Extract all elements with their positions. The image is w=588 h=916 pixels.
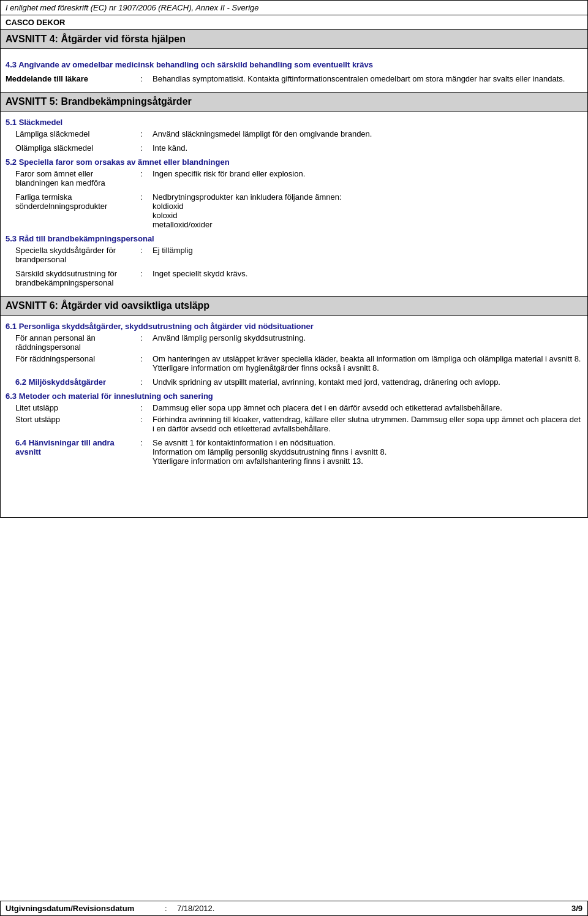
footer: Utgivningsdatum/Revisionsdatum : 7/18/20… (0, 901, 588, 916)
colon-hazard: : (140, 169, 153, 178)
value-suitable: Använd släckningsmedel lämpligt för den … (153, 129, 582, 138)
label-6-4: 6.4 Hänvisningar till andra avsnitt (6, 438, 140, 456)
document-header: I enlighet med föreskrift (EC) nr 1907/2… (0, 0, 588, 15)
colon-equipment: : (140, 269, 153, 278)
row-doctor: Meddelande till läkare : Behandlas sympt… (6, 74, 582, 83)
footer-label: Utgivningsdatum/Revisionsdatum (6, 904, 165, 913)
products-metalloxid: metalloxid/oxider (153, 220, 213, 229)
row-6-2: 6.2 Miljöskyddsåtgärder : Undvik spridni… (6, 377, 582, 387)
colon-6-4: : (140, 438, 153, 447)
subsection-4-3-title: 4.3 Angivande av omedelbar medicinsk beh… (6, 60, 373, 69)
label-other-personal: För annan personal än räddningspersonal (6, 333, 140, 352)
value-equipment: Inget speciellt skydd krävs. (153, 269, 582, 278)
subsection-5-2-row: 5.2 Speciella faror som orsakas av ämnet… (6, 157, 582, 167)
section4-content: 4.3 Angivande av omedelbar medicinsk beh… (0, 49, 588, 93)
value-6-2: Undvik spridning av utspillt material, a… (153, 377, 582, 387)
colon-other: : (140, 333, 153, 343)
colon-6-2: : (140, 377, 153, 387)
row-special: Speciella skyddsåtgärder för brandperson… (6, 246, 582, 264)
subsection-6-3-row: 6.3 Metoder och material för inneslutnin… (6, 392, 582, 401)
row-hazard: Faror som ämnet eller blandningen kan me… (6, 169, 582, 187)
colon-special: : (140, 246, 153, 255)
footer-page: 3/9 (571, 904, 582, 913)
subsection-6-1-row: 6.1 Personliga skyddsåtgärder, skyddsutr… (6, 322, 582, 331)
colon-rescue: : (140, 354, 153, 363)
value-small-spill: Dammsug eller sopa upp ämnet och placera… (153, 403, 582, 412)
value-other: Använd lämplig personlig skyddsutrustnin… (153, 333, 582, 343)
value-6-4: Se avsnitt 1 för kontaktinformation i en… (153, 438, 582, 466)
value-rescue: Om hanteringen av utsläppet kräver speci… (153, 354, 582, 373)
row-unsuitable: Olämpliga släckmedel : Inte känd. (6, 143, 582, 153)
colon-small: : (140, 403, 153, 412)
value-large-spill: Förhindra avrinning till kloaker, vatten… (153, 415, 582, 433)
products-intro: Nedbrytningsprodukter kan inkludera följ… (153, 192, 342, 202)
label-unsuitable: Olämpliga släckmedel (6, 143, 140, 153)
colon-products: : (140, 192, 153, 202)
subsection-6-3-title: 6.3 Metoder och material för inneslutnin… (6, 392, 213, 401)
subsection-5-1-title: 5.1 Släckmedel (6, 118, 62, 127)
company-name: CASCO DEKOR (0, 15, 588, 30)
section6-content: 6.1 Personliga skyddsåtgärder, skyddsutr… (0, 316, 588, 518)
section4-header: AVSNITT 4: Åtgärder vid första hjälpen (0, 30, 588, 49)
row-small-spill: Litet utsläpp : Dammsug eller sopa upp ä… (6, 403, 582, 412)
colon-suitable: : (140, 129, 153, 138)
section5-content: 5.1 Släckmedel Lämpliga släckmedel : Anv… (0, 112, 588, 297)
section6-header: AVSNITT 6: Åtgärder vid oavsiktliga utsl… (0, 297, 588, 316)
colon-doctor: : (140, 74, 153, 83)
row-rescue: För räddningspersonal : Om hanteringen a… (6, 354, 582, 373)
row-large-spill: Stort utsläpp : Förhindra avrinning till… (6, 415, 582, 433)
label-rescue: För räddningspersonal (6, 354, 140, 363)
subsection-5-1-row: 5.1 Släckmedel (6, 118, 582, 127)
row-products: Farliga termiska sönderdelnningsprodukte… (6, 192, 582, 229)
header-title: I enlighet med föreskrift (EC) nr 1907/2… (6, 3, 259, 12)
products-koldioxid: koldioxid (153, 202, 184, 211)
label-special: Speciella skyddsåtgärder för brandperson… (6, 246, 140, 264)
label-small-spill: Litet utsläpp (6, 403, 140, 412)
value-hazard: Ingen specifik risk för brand eller expl… (153, 169, 582, 178)
value-unsuitable: Inte känd. (153, 143, 582, 153)
subsection-5-3-row: 5.3 Råd till brandbekämpningspersonal (6, 234, 582, 243)
subsection-4-3-title-row: 4.3 Angivande av omedelbar medicinsk beh… (6, 55, 582, 72)
subsection-5-2-title: 5.2 Speciella faror som orsakas av ämnet… (6, 157, 230, 167)
products-koloxid: koloxid (153, 211, 177, 220)
label-suitable: Lämpliga släckmedel (6, 129, 140, 138)
row-suitable: Lämpliga släckmedel : Använd släckningsm… (6, 129, 582, 138)
value-special: Ej tillämplig (153, 246, 582, 255)
label-doctor: Meddelande till läkare (6, 74, 140, 83)
row-other-personal: För annan personal än räddningspersonal … (6, 333, 582, 352)
footer-date: 7/18/2012. (177, 904, 571, 913)
label-equipment: Särskild skyddsutrustning för brandbekäm… (6, 269, 140, 287)
colon-unsuitable: : (140, 143, 153, 153)
row-equipment: Särskild skyddsutrustning för brandbekäm… (6, 269, 582, 287)
subsection-6-1-title: 6.1 Personliga skyddsåtgärder, skyddsutr… (6, 322, 314, 331)
label-products: Farliga termiska sönderdelnningsprodukte… (6, 192, 140, 211)
section5-header: AVSNITT 5: Brandbekämpningsåtgärder (0, 93, 588, 112)
label-large-spill: Stort utsläpp (6, 415, 140, 424)
footer-colon: : (165, 904, 177, 913)
value-products: Nedbrytningsprodukter kan inkludera följ… (153, 192, 582, 229)
row-6-4: 6.4 Hänvisningar till andra avsnitt : Se… (6, 438, 582, 466)
subsection-5-3-title: 5.3 Råd till brandbekämpningspersonal (6, 234, 154, 243)
value-doctor: Behandlas symptomatiskt. Kontakta giftin… (153, 74, 582, 83)
colon-large: : (140, 415, 153, 424)
label-6-2: 6.2 Miljöskyddsåtgärder (6, 377, 140, 387)
label-hazard: Faror som ämnet eller blandningen kan me… (6, 169, 140, 187)
